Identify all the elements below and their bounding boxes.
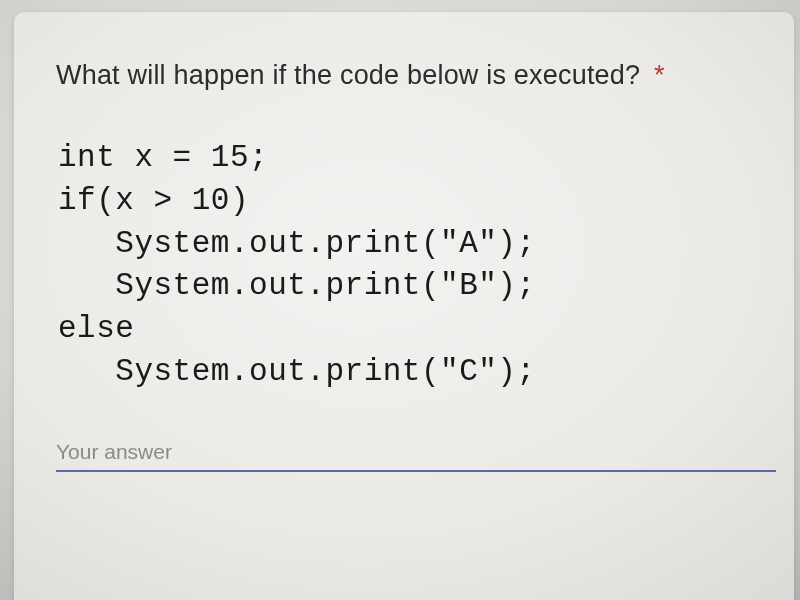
question-text: What will happen if the code below is ex… [56, 60, 640, 90]
code-line: System.out.print("A"); [58, 226, 536, 261]
code-line: else [58, 311, 134, 346]
code-line: int x = 15; [58, 140, 268, 175]
code-line: System.out.print("B"); [58, 268, 536, 303]
question-text-line: What will happen if the code below is ex… [56, 60, 752, 91]
code-block: int x = 15; if(x > 10) System.out.print(… [58, 137, 752, 394]
required-asterisk: * [654, 60, 665, 90]
code-line: if(x > 10) [58, 183, 249, 218]
answer-field-wrap [56, 438, 752, 472]
question-card: What will happen if the code below is ex… [14, 12, 794, 600]
answer-input[interactable] [56, 438, 776, 472]
code-line: System.out.print("C"); [58, 354, 536, 389]
